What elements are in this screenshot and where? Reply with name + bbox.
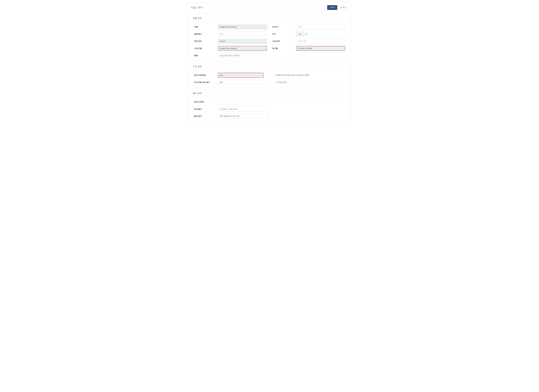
target-field-input[interactable]	[218, 107, 270, 111]
chevron-down-icon: ⌄	[264, 40, 265, 42]
collect-location-label: 수집 위치	[272, 40, 296, 42]
interval-row: 주기 초	[272, 32, 345, 36]
chevron-down-icon: ⌄	[267, 116, 268, 117]
days-row: 모니터링 대상 일수 1~180일 범위	[194, 80, 345, 85]
cancel-button-label: 취소	[343, 6, 346, 9]
add-collector-dialog: 수집기 추가 확인 취소 공통 설정 이름	[188, 3, 352, 124]
exec-mode-value: 주기	[220, 33, 223, 35]
exec-mode-label: 실행 방식	[194, 33, 218, 35]
filter-settings-section: 필터 설정 정규식 패턴 대상 필드 필터 방식 패턴 매칭된 로그만 수집	[190, 90, 349, 121]
filter-mode-value: 패턴 매칭된 로그만 수집	[220, 115, 240, 117]
regex-input[interactable]	[218, 100, 270, 104]
asset-ip-select[interactable]: 선택 ⌄	[296, 24, 345, 29]
close-icon	[340, 7, 342, 9]
filter-mode-select[interactable]: 패턴 매칭된 로그만 수집 ⌄	[218, 114, 270, 119]
interval-input[interactable]	[296, 32, 304, 36]
load-location-select[interactable]: control ⌄	[218, 39, 267, 44]
profile-row: 접속 프로파일 Google Workspace 접속 프로파일 식별자	[194, 73, 345, 77]
exec-mode-row: 실행 방식 주기 ⌄	[194, 32, 267, 36]
table-row: 테이블	[272, 46, 345, 51]
model-row: 수집 모델 Google Drive Activity ⌄	[194, 46, 267, 51]
exec-mode-select[interactable]: 주기 ⌄	[218, 32, 267, 36]
asset-ip-label: 자산 IP	[272, 26, 296, 28]
description-row: 설명	[194, 53, 267, 58]
interval-label: 주기	[272, 33, 296, 35]
collect-location-row: 수집 위치 선택 안 함 ⌄	[272, 39, 345, 44]
description-input[interactable]	[218, 53, 267, 58]
interval-unit: 초	[306, 33, 308, 35]
dialog-title: 수집기 추가	[191, 6, 203, 9]
table-input[interactable]	[296, 46, 345, 51]
profile-input[interactable]	[218, 73, 264, 77]
collect-settings-section: 수집 설정 접속 프로파일 Google Workspace 접속 프로파일 식…	[190, 63, 349, 87]
collect-settings-title: 수집 설정	[190, 63, 349, 70]
model-label: 수집 모델	[194, 47, 218, 49]
confirm-button[interactable]: 확인	[327, 5, 337, 10]
filter-settings-title: 필터 설정	[190, 90, 349, 97]
model-value: Google Drive Activity	[220, 47, 237, 49]
target-field-label: 대상 필드	[194, 108, 218, 110]
collect-location-placeholder: 선택 안 함	[298, 40, 306, 42]
header-buttons: 확인 취소	[327, 5, 348, 10]
collect-location-select[interactable]: 선택 안 함 ⌄	[296, 39, 345, 44]
load-location-label: 적재 위치	[194, 40, 218, 42]
profile-help: Google Workspace 접속 프로파일 식별자	[275, 74, 345, 76]
asset-ip-row: 자산 IP 선택 ⌄	[272, 24, 345, 29]
table-label: 테이블	[272, 47, 296, 49]
days-help: 1~180일 범위	[275, 81, 345, 83]
chevron-down-icon: ⌄	[342, 26, 343, 28]
regex-label: 정규식 패턴	[194, 101, 218, 103]
regex-row: 정규식 패턴	[194, 100, 270, 104]
check-icon	[329, 7, 331, 9]
common-settings-section: 공통 설정 이름 자산 IP 선택 ⌄	[190, 15, 349, 61]
cancel-button[interactable]: 취소	[338, 5, 348, 10]
common-settings-title: 공통 설정	[190, 15, 349, 22]
target-field-row: 대상 필드	[194, 107, 270, 111]
name-row: 이름	[194, 24, 267, 29]
asset-ip-placeholder: 선택	[298, 26, 302, 28]
load-location-value: control	[220, 40, 225, 42]
chevron-down-icon: ⌄	[264, 33, 265, 35]
chevron-down-icon: ⌄	[264, 48, 265, 49]
chevron-down-icon: ⌄	[342, 40, 343, 42]
load-location-row: 적재 위치 control ⌄	[194, 39, 267, 44]
filter-mode-row: 필터 방식 패턴 매칭된 로그만 수집 ⌄	[194, 114, 270, 119]
dialog-header: 수집기 추가 확인 취소	[188, 3, 351, 12]
confirm-button-label: 확인	[332, 6, 335, 9]
name-label: 이름	[194, 26, 218, 28]
profile-label: 접속 프로파일	[194, 74, 218, 76]
description-label: 설명	[194, 54, 218, 57]
model-select[interactable]: Google Drive Activity ⌄	[218, 46, 267, 51]
name-input[interactable]	[218, 24, 267, 29]
filter-mode-label: 필터 방식	[194, 115, 218, 117]
days-input[interactable]	[218, 80, 264, 85]
days-label: 모니터링 대상 일수	[194, 81, 218, 83]
